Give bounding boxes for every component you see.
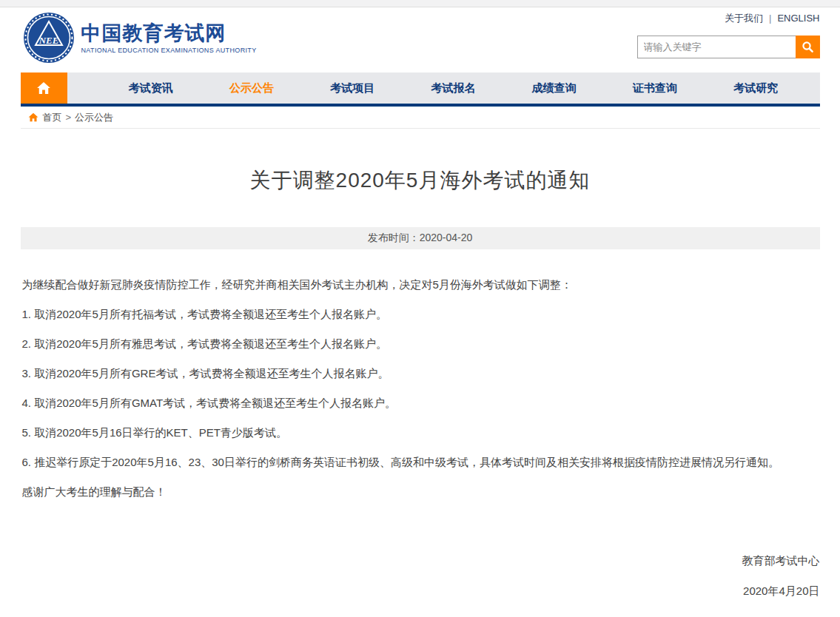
- home-button[interactable]: [21, 73, 67, 104]
- search-icon: [802, 41, 814, 53]
- nav-item-exam-registration[interactable]: 考试报名: [403, 73, 503, 104]
- signature-org: 教育部考试中心: [21, 555, 820, 566]
- paragraph-item-3: 3. 取消2020年5月所有GRE考试，考试费将全额退还至考生个人报名账户。: [22, 368, 819, 379]
- article: 关于调整2020年5月海外考试的通知 发布时间：2020-04-20 为继续配合…: [21, 129, 820, 596]
- top-links-separator: |: [769, 13, 771, 24]
- signature-date: 2020年4月20日: [21, 585, 820, 596]
- about-us-link[interactable]: 关于我们: [725, 13, 763, 24]
- paragraph-intro: 为继续配合做好新冠肺炎疫情防控工作，经研究并商相关国外考试主办机构，决定对5月份…: [22, 279, 819, 290]
- logo-subtitle: NATIONAL EDUCATION EXAMINATIONS AUTHORIT…: [81, 47, 257, 54]
- neea-emblem-icon: NEE: [22, 11, 75, 64]
- article-body: 为继续配合做好新冠肺炎疫情防控工作，经研究并商相关国外考试主办机构，决定对5月份…: [21, 249, 820, 497]
- breadcrumb: 首页 > 公示公告: [21, 107, 820, 129]
- logo-text: 中国教育考试网 NATIONAL EDUCATION EXAMINATIONS …: [81, 22, 257, 54]
- breadcrumb-current[interactable]: 公示公告: [75, 111, 113, 124]
- nav-item-exam-news[interactable]: 考试资讯: [101, 73, 201, 104]
- home-icon: [36, 81, 51, 95]
- top-links: 关于我们|ENGLISH: [725, 12, 819, 25]
- nav-items: 考试资讯 公示公告 考试项目 考试报名 成绩查询 证书查询 考试研究: [67, 73, 820, 104]
- paragraph-thanks: 感谢广大考生的理解与配合！: [22, 486, 819, 497]
- publish-date-bar: 发布时间：2020-04-20: [21, 227, 820, 249]
- paragraph-item-1: 1. 取消2020年5月所有托福考试，考试费将全额退还至考生个人报名账户。: [22, 308, 819, 320]
- breadcrumb-home-icon: [28, 112, 38, 122]
- search-box: [637, 36, 820, 58]
- publish-date-text: 发布时间：2020-04-20: [368, 232, 473, 245]
- article-signature: 教育部考试中心 2020年4月20日: [21, 555, 820, 596]
- nav-item-certificate-inquiry[interactable]: 证书查询: [605, 73, 705, 104]
- top-strip: [0, 0, 840, 7]
- paragraph-item-6: 6. 推迟举行原定于2020年5月16、23、30日举行的剑桥商务英语证书初级、…: [22, 456, 819, 468]
- english-link[interactable]: ENGLISH: [777, 13, 819, 24]
- logo-title: 中国教育考试网: [81, 22, 257, 44]
- paragraph-item-2: 2. 取消2020年5月所有雅思考试，考试费将全额退还至考生个人报名账户。: [22, 338, 819, 349]
- article-title: 关于调整2020年5月海外考试的通知: [21, 166, 820, 195]
- paragraph-item-4: 4. 取消2020年5月所有GMAT考试，考试费将全额退还至考生个人报名账户。: [22, 397, 819, 408]
- site-logo[interactable]: NEE 中国教育考试网 NATIONAL EDUCATION EXAMINATI…: [22, 11, 257, 64]
- nav-item-exam-research[interactable]: 考试研究: [705, 73, 806, 104]
- search-input[interactable]: [637, 36, 796, 58]
- search-button[interactable]: [796, 36, 820, 58]
- nav-item-public-notices[interactable]: 公示公告: [201, 73, 302, 104]
- nav-item-exam-programs[interactable]: 考试项目: [302, 73, 403, 104]
- site-header: NEE 中国教育考试网 NATIONAL EDUCATION EXAMINATI…: [21, 7, 820, 73]
- main-nav: 考试资讯 公示公告 考试项目 考试报名 成绩查询 证书查询 考试研究: [21, 73, 820, 107]
- breadcrumb-home-link[interactable]: 首页: [43, 111, 62, 124]
- svg-text:NEE: NEE: [38, 35, 58, 46]
- nav-item-score-inquiry[interactable]: 成绩查询: [504, 73, 605, 104]
- breadcrumb-separator: >: [66, 112, 72, 123]
- paragraph-item-5: 5. 取消2020年5月16日举行的KET、PET青少版考试。: [22, 427, 819, 438]
